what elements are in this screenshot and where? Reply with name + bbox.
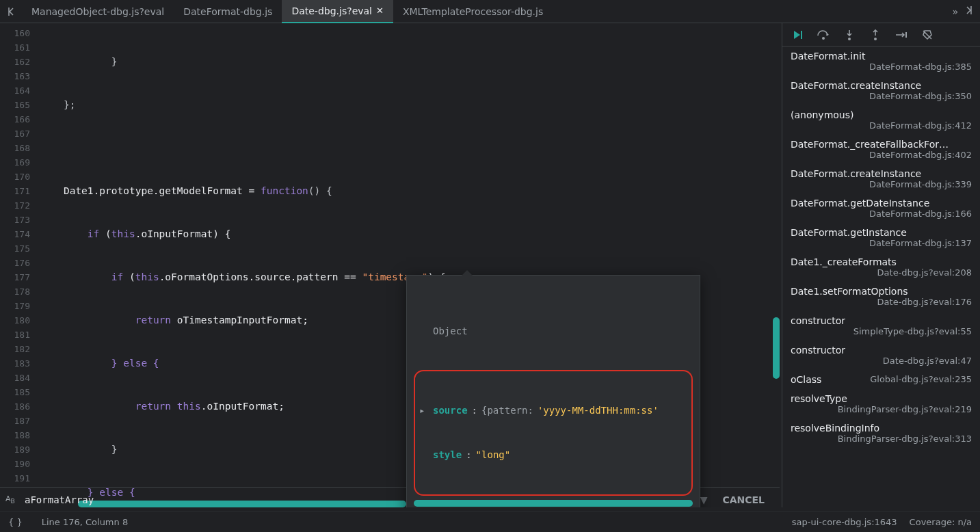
step-over-icon[interactable] [815, 27, 832, 43]
deactivate-breakpoints-icon[interactable] [919, 27, 936, 43]
tooltip-row-source[interactable]: ▸source: {pattern: 'yyyy-MM-ddTHH:mm:ss' [419, 403, 687, 418]
tab-date-active[interactable]: Date-dbg.js?eval ✕ [282, 0, 393, 23]
gutter: 160 161 162 163 164 165 166 167 168 169 … [0, 23, 37, 507]
callstack-frame[interactable]: oClassGlobal-dbg.js?eval:235 [782, 370, 980, 389]
callstack-frame[interactable]: DateFormat.getDateInstanceDateFormat-dbg… [782, 194, 980, 223]
editor-pane: 160 161 162 163 164 165 166 167 168 169 … [0, 23, 782, 507]
callstack-frame[interactable]: DateFormat.initDateFormat-dbg.js:385 [782, 46, 980, 76]
callstack-frame[interactable]: constructorDate-dbg.js?eval:47 [782, 341, 980, 370]
tab-dateformat[interactable]: DateFormat-dbg.js [174, 1, 282, 23]
tooltip-highlight-box: ▸source: {pattern: 'yyyy-MM-ddTHH:mm:ss'… [414, 370, 693, 496]
debug-toolbar [782, 23, 980, 46]
callstack-frame[interactable]: (anonymous)DateFormat-dbg.js:412 [782, 105, 980, 135]
tab-xmltemplate[interactable]: XMLTemplateProcessor-dbg.js [393, 1, 553, 23]
code-area[interactable]: } }; Date1.prototype.getModelFormat = fu… [37, 23, 782, 507]
braces-icon[interactable]: { } [8, 517, 23, 527]
tooltip-row-style[interactable]: style: "long" [419, 447, 687, 463]
cursor-position: Line 176, Column 8 [42, 517, 129, 527]
svg-rect-0 [801, 31, 802, 39]
callstack-frame[interactable]: Date1._createFormatsDate-dbg.js?eval:208 [782, 252, 980, 282]
status-coverage: Coverage: n/a [910, 517, 972, 527]
main-row: 160 161 162 163 164 165 166 167 168 169 … [0, 23, 980, 507]
tab-next-icon[interactable] [964, 5, 975, 18]
regex-icon[interactable]: AB [5, 494, 19, 505]
call-stack[interactable]: DateFormat.initDateFormat-dbg.js:385Date… [782, 46, 980, 507]
editor-vscroll[interactable] [773, 317, 780, 379]
cancel-button[interactable]: CANCEL [713, 490, 774, 509]
tabs-bar: ManagedObject-dbg.js?eval DateFormat-dbg… [0, 0, 980, 23]
tab-label: Date-dbg.js?eval [291, 5, 372, 16]
next-match-icon[interactable]: ▼ [700, 494, 708, 505]
svg-point-1 [822, 37, 825, 40]
svg-point-2 [848, 38, 851, 40]
tooltip-header: Object [414, 324, 693, 338]
tab-managedobject[interactable]: ManagedObject-dbg.js?eval [22, 1, 174, 23]
close-icon[interactable]: ✕ [376, 5, 384, 16]
status-bar: { } Line 176, Column 8 sap-ui-core-dbg.j… [0, 511, 980, 532]
resume-icon[interactable] [789, 27, 806, 43]
svg-rect-4 [905, 32, 907, 38]
tab-prev-icon[interactable] [0, 0, 22, 23]
callstack-frame[interactable]: DateFormat._createFallbackFor…DateFormat… [782, 135, 980, 164]
step-icon[interactable] [893, 27, 910, 43]
callstack-frame[interactable]: resolveBindingInfoBindingParser-dbg.js?e… [782, 418, 980, 448]
svg-point-3 [874, 38, 877, 40]
step-out-icon[interactable] [867, 27, 884, 43]
right-pane: DateFormat.initDateFormat-dbg.js:385Date… [782, 23, 980, 507]
callstack-frame[interactable]: DateFormat.createInstanceDateFormat-dbg.… [782, 164, 980, 194]
callstack-frame[interactable]: constructorSimpleType-dbg.js?eval:55 [782, 311, 980, 341]
value-tooltip: Object ▸source: {pattern: 'yyyy-MM-ddTHH… [406, 275, 700, 507]
more-tabs-icon[interactable]: » [953, 6, 958, 17]
callstack-frame[interactable]: DateFormat.createInstanceDateFormat-dbg.… [782, 76, 980, 105]
tooltip-hscroll[interactable] [414, 500, 693, 507]
callstack-frame[interactable]: Date1.setFormatOptionsDate-dbg.js?eval:1… [782, 282, 980, 311]
callstack-frame[interactable]: resolveTypeBindingParser-dbg.js?eval:219 [782, 389, 980, 418]
status-file[interactable]: sap-ui-core-dbg.js:1643 [792, 517, 897, 527]
callstack-frame[interactable]: DateFormat.getInstanceDateFormat-dbg.js:… [782, 223, 980, 252]
step-into-icon[interactable] [841, 27, 858, 43]
